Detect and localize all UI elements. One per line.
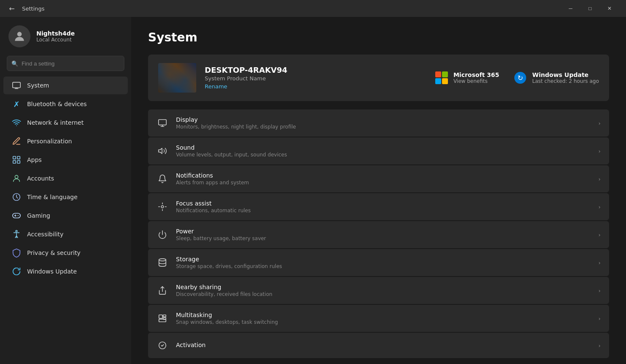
svg-rect-9	[13, 213, 20, 218]
multitasking-text: Multitasking Snap windows, desktops, tas…	[176, 312, 591, 325]
notifications-title: Notifications	[176, 172, 591, 179]
settings-item-activation[interactable]: Activation ›	[148, 333, 609, 358]
svg-rect-1	[13, 82, 20, 88]
header-actions: Microsoft 365 View benefits ↻ Windows Up…	[434, 70, 599, 85]
pc-image-texture	[158, 63, 196, 93]
pc-product-name: System Product Name	[205, 75, 426, 82]
nav-label-time: Time & language	[27, 194, 77, 200]
notifications-sub: Alerts from apps and system	[176, 180, 591, 186]
nav-label-accessibility: Accessibility	[27, 231, 63, 238]
accessibility-icon	[12, 230, 21, 239]
settings-item-sound[interactable]: Sound Volume levels, output, input, soun…	[148, 137, 609, 164]
settings-section: Display Monitors, brightness, night ligh…	[148, 109, 609, 358]
sidebar-item-system[interactable]: System	[3, 77, 128, 94]
update-text: Windows Update Last checked: 2 hours ago	[532, 71, 599, 84]
svg-rect-11	[159, 120, 166, 125]
svg-point-10	[16, 230, 17, 232]
sidebar-item-time[interactable]: Time & language	[3, 188, 128, 206]
display-title: Display	[176, 116, 591, 123]
back-button[interactable]: ←	[7, 3, 17, 14]
activation-title: Activation	[176, 342, 591, 348]
minimize-button[interactable]: ─	[561, 0, 580, 17]
focus-text: Focus assist Notifications, automatic ru…	[176, 200, 591, 213]
windows-update-icon: ↻	[513, 70, 528, 85]
search-input[interactable]	[22, 60, 120, 67]
sidebar-item-privacy[interactable]: Privacy & security	[3, 244, 128, 262]
nav-label-accounts: Accounts	[27, 175, 54, 182]
page-title: System	[148, 30, 609, 44]
nearby-icon	[156, 285, 168, 296]
privacy-icon	[12, 248, 21, 257]
activation-chevron: ›	[599, 342, 601, 349]
sidebar-item-personalization[interactable]: Personalization	[3, 132, 128, 150]
nearby-chevron: ›	[599, 287, 601, 294]
display-sub: Monitors, brightness, night light, displ…	[176, 124, 591, 130]
windows-update-action[interactable]: ↻ Windows Update Last checked: 2 hours a…	[513, 70, 599, 85]
nav-label-system: System	[27, 82, 49, 89]
multitasking-title: Multitasking	[176, 312, 591, 318]
svg-rect-3	[13, 156, 16, 159]
sidebar-item-accessibility[interactable]: Accessibility	[3, 225, 128, 243]
nav-label-apps: Apps	[27, 156, 42, 163]
activation-text: Activation	[176, 342, 591, 349]
rename-button[interactable]: Rename	[205, 83, 227, 90]
multitasking-sub: Snap windows, desktops, task switching	[176, 319, 591, 325]
sidebar-item-update[interactable]: Windows Update	[3, 263, 128, 280]
storage-icon	[156, 257, 168, 268]
svg-rect-4	[17, 156, 20, 159]
nav-label-personalization: Personalization	[27, 138, 72, 145]
power-text: Power Sleep, battery usage, battery save…	[176, 228, 591, 241]
notifications-icon	[156, 173, 168, 185]
focus-icon	[156, 201, 168, 213]
storage-sub: Storage space, drives, configuration rul…	[176, 263, 591, 269]
search-box[interactable]: 🔍	[7, 56, 124, 71]
close-button[interactable]: ✕	[600, 0, 619, 17]
accounts-icon	[12, 174, 21, 183]
apps-icon	[12, 155, 21, 164]
sidebar-item-network[interactable]: Network & internet	[3, 114, 128, 131]
nearby-text: Nearby sharing Discoverability, received…	[176, 284, 591, 297]
settings-item-power[interactable]: Power Sleep, battery usage, battery save…	[148, 221, 609, 248]
ms365-action[interactable]: Microsoft 365 View benefits	[434, 70, 499, 85]
ms365-title: Microsoft 365	[453, 71, 499, 78]
nav-label-bluetooth: Bluetooth & devices	[27, 101, 87, 107]
user-section: Nightsh4de Local Account	[0, 17, 131, 54]
power-sub: Sleep, battery usage, battery saver	[176, 235, 591, 241]
sidebar-item-accounts[interactable]: Accounts	[3, 170, 128, 187]
sidebar-item-apps[interactable]: Apps	[3, 151, 128, 169]
settings-item-notifications[interactable]: Notifications Alerts from apps and syste…	[148, 165, 609, 192]
app-title: Settings	[22, 5, 561, 12]
sound-text: Sound Volume levels, output, input, soun…	[176, 144, 591, 158]
pc-info: DESKTOP-4RAKV94 System Product Name Rena…	[205, 66, 426, 90]
settings-item-display[interactable]: Display Monitors, brightness, night ligh…	[148, 109, 609, 137]
time-icon	[12, 192, 21, 202]
nav-label-gaming: Gaming	[27, 212, 50, 219]
avatar	[8, 25, 30, 47]
settings-item-nearby[interactable]: Nearby sharing Discoverability, received…	[148, 277, 609, 304]
system-icon	[12, 81, 21, 90]
sidebar-item-bluetooth[interactable]: ✗ Bluetooth & devices	[3, 95, 128, 113]
settings-item-multitasking[interactable]: Multitasking Snap windows, desktops, tas…	[148, 305, 609, 332]
nearby-title: Nearby sharing	[176, 284, 591, 290]
svg-rect-18	[163, 315, 166, 317]
nearby-sub: Discoverability, received files location	[176, 291, 591, 297]
nav-label-network: Network & internet	[27, 119, 84, 126]
maximize-button[interactable]: □	[580, 0, 600, 17]
svg-point-0	[17, 32, 22, 36]
user-info: Nightsh4de Local Account	[36, 30, 75, 43]
update-sub: Last checked: 2 hours ago	[532, 78, 599, 84]
settings-item-focus[interactable]: Focus assist Notifications, automatic ru…	[148, 193, 609, 220]
sound-icon	[156, 145, 168, 157]
svg-point-15	[159, 259, 166, 261]
personalization-icon	[12, 137, 21, 146]
network-icon	[12, 118, 21, 127]
power-title: Power	[176, 228, 591, 235]
svg-marker-12	[159, 148, 162, 154]
settings-item-storage[interactable]: Storage Storage space, drives, configura…	[148, 249, 609, 276]
storage-chevron: ›	[599, 260, 601, 266]
sidebar-item-gaming[interactable]: Gaming	[3, 207, 128, 224]
ms365-text: Microsoft 365 View benefits	[453, 71, 499, 84]
multitasking-chevron: ›	[599, 315, 601, 322]
multitasking-icon	[156, 312, 168, 324]
display-chevron: ›	[599, 120, 601, 126]
